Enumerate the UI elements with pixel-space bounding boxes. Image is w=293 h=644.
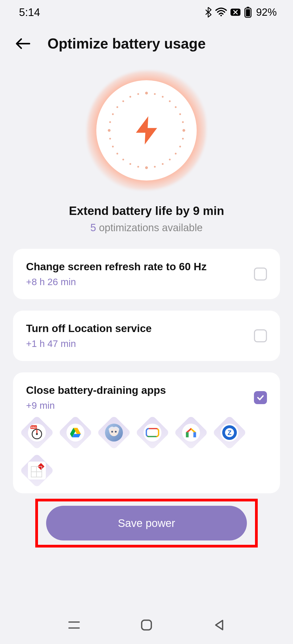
nav-recents[interactable]: [65, 616, 84, 635]
svg-point-6: [154, 93, 155, 95]
optimization-title: Change screen refresh rate to 60 Hz: [26, 261, 254, 273]
wifi-icon: [215, 8, 227, 17]
page-title: Optimize battery usage: [47, 35, 206, 52]
back-button[interactable]: [15, 36, 31, 52]
svg-point-10: [179, 113, 181, 115]
svg-point-39: [115, 431, 117, 433]
hero-title: Extend battery life by 9 min: [69, 204, 224, 218]
navigation-bar: [0, 606, 293, 644]
home-icon: [141, 619, 152, 631]
svg-point-7: [162, 96, 164, 98]
svg-rect-53: [142, 620, 151, 630]
hero-subtitle: 5 optimizations available: [90, 222, 203, 234]
svg-point-5: [145, 92, 148, 94]
hero-section: Extend battery life by 9 min 5 optimizat…: [0, 57, 293, 234]
status-indicators: 92%: [205, 7, 277, 18]
checkbox[interactable]: [254, 329, 267, 342]
optimization-gain: +1 h 47 min: [26, 338, 254, 349]
check-icon: [256, 393, 265, 402]
svg-rect-40: [146, 429, 158, 437]
svg-point-14: [179, 146, 181, 147]
svg-point-12: [182, 129, 185, 132]
optimization-title: Close battery-draining apps: [26, 384, 254, 396]
svg-point-25: [109, 138, 111, 139]
svg-point-27: [109, 121, 111, 123]
checkbox-checked[interactable]: [254, 391, 267, 404]
status-bar: 5:14 92%: [0, 0, 293, 24]
bluetooth-icon: [205, 7, 212, 18]
svg-point-36: [36, 433, 38, 435]
status-time: 5:14: [19, 6, 40, 18]
svg-point-13: [182, 138, 184, 139]
svg-rect-41: [146, 429, 158, 437]
nav-back[interactable]: [209, 616, 228, 635]
optimization-gain: +9 min: [26, 400, 254, 411]
svg-point-29: [116, 106, 118, 108]
app-icon-anime-game[interactable]: [103, 422, 125, 443]
hero-graphic: [87, 71, 206, 190]
svg-text:PRO: PRO: [31, 426, 36, 429]
svg-point-18: [154, 166, 155, 168]
svg-point-31: [129, 96, 131, 98]
svg-rect-43: [146, 429, 158, 437]
checkbox[interactable]: [254, 268, 267, 281]
dnd-icon: [230, 8, 241, 17]
arrow-left-icon: [16, 38, 30, 49]
back-triangle-icon: [214, 619, 224, 631]
optimization-gain: +8 h 26 min: [26, 276, 254, 287]
svg-point-8: [169, 100, 171, 102]
svg-point-16: [169, 159, 171, 160]
app-icon-google-drive[interactable]: [65, 422, 86, 443]
svg-point-15: [175, 153, 176, 154]
app-icon-row: PRO Z: [26, 422, 267, 481]
svg-rect-3: [247, 7, 249, 8]
app-icon-google-tv[interactable]: [142, 422, 163, 443]
optimization-location[interactable]: Turn off Location service +1 h 47 min: [13, 311, 280, 361]
optimization-close-apps[interactable]: Close battery-draining apps +9 min PRO Z: [13, 372, 280, 493]
optimization-title: Turn off Location service: [26, 323, 254, 334]
svg-point-21: [129, 163, 131, 165]
svg-point-19: [145, 166, 148, 169]
optimization-refresh-rate[interactable]: Change screen refresh rate to 60 Hz +8 h…: [13, 249, 280, 299]
nav-home[interactable]: [137, 616, 156, 635]
app-icon-speedometer-pro[interactable]: PRO: [26, 422, 48, 443]
svg-point-22: [122, 159, 124, 160]
svg-point-28: [112, 113, 114, 115]
svg-point-20: [137, 166, 139, 168]
svg-point-30: [122, 100, 124, 102]
svg-point-0: [220, 15, 222, 16]
svg-point-9: [175, 106, 176, 108]
svg-point-32: [137, 93, 139, 95]
recents-icon: [68, 620, 80, 630]
svg-point-38: [111, 431, 113, 433]
bolt-icon: [129, 113, 164, 148]
svg-text:Z: Z: [228, 429, 232, 436]
svg-rect-42: [146, 429, 158, 437]
app-icon-google-home[interactable]: [180, 422, 202, 443]
svg-point-17: [162, 163, 164, 165]
header: Optimize battery usage: [0, 24, 293, 57]
svg-point-26: [108, 129, 110, 132]
battery-icon: [244, 7, 252, 18]
optimization-list: Change screen refresh rate to 60 Hz +8 h…: [0, 234, 293, 493]
svg-rect-4: [246, 9, 250, 16]
highlight-box: [35, 499, 258, 548]
app-icon-z-app[interactable]: Z: [219, 422, 240, 443]
save-power-container: Save power: [46, 506, 247, 540]
svg-point-11: [182, 121, 184, 123]
svg-point-23: [116, 153, 118, 154]
app-icon-health-app[interactable]: [26, 460, 48, 481]
battery-percent: 92%: [256, 7, 277, 18]
svg-point-24: [112, 146, 114, 147]
